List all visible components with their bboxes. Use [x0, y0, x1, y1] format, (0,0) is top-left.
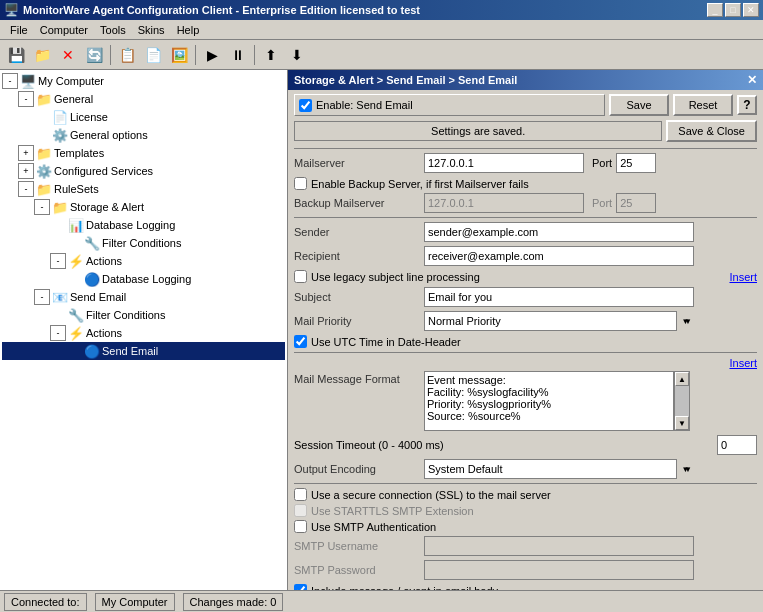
divider-4 — [294, 483, 757, 484]
include-message-checkbox[interactable] — [294, 584, 307, 590]
output-encoding-dropdown-icon[interactable]: ▼ — [676, 459, 694, 479]
tree-item-templates[interactable]: + 📁 Templates — [2, 144, 285, 162]
icon-actions-2: ⚡ — [68, 326, 84, 341]
minimize-button[interactable]: _ — [707, 3, 723, 17]
starttls-label: Use STARTTLS SMTP Extension — [311, 505, 474, 517]
insert-link-2[interactable]: Insert — [729, 357, 757, 369]
use-utc-checkbox[interactable] — [294, 335, 307, 348]
starttls-checkbox[interactable] — [294, 504, 307, 517]
tb-open-button[interactable]: 📁 — [30, 43, 54, 67]
output-encoding-select-wrapper: System Default UTF-8 ISO-8859-1 ▼ — [424, 459, 694, 479]
backup-mailserver-input[interactable] — [424, 193, 584, 213]
expand-templates[interactable]: + — [18, 145, 34, 161]
recipient-input[interactable] — [424, 246, 694, 266]
icon-send-email-2: 🔵 — [84, 344, 100, 359]
tb-new-button[interactable]: 💾 — [4, 43, 28, 67]
save-close-button[interactable]: Save & Close — [666, 120, 757, 142]
expand-storage-alert[interactable]: - — [34, 199, 50, 215]
mailserver-input[interactable] — [424, 153, 584, 173]
smtp-auth-checkbox[interactable] — [294, 520, 307, 533]
smtp-username-input[interactable] — [424, 536, 694, 556]
save-button[interactable]: Save — [609, 94, 669, 116]
maximize-button[interactable]: □ — [725, 3, 741, 17]
expand-my-computer[interactable]: - — [2, 73, 18, 89]
mail-priority-dropdown-icon[interactable]: ▼ — [676, 311, 694, 331]
expand-send-email-1[interactable]: - — [34, 289, 50, 305]
ssl-label: Use a secure connection (SSL) to the mai… — [311, 489, 551, 501]
backup-port-label: Port — [592, 197, 612, 209]
close-button[interactable]: ✕ — [743, 3, 759, 17]
session-timeout-row: Session Timeout (0 - 4000 ms) — [294, 435, 757, 455]
tree-item-filter-2[interactable]: 🔧 Filter Conditions — [2, 306, 285, 324]
icon-my-computer: 🖥️ — [20, 74, 36, 89]
reset-button[interactable]: Reset — [673, 94, 733, 116]
scroll-track — [675, 386, 689, 416]
expand-rulesets[interactable]: - — [18, 181, 34, 197]
expand-configured-services[interactable]: + — [18, 163, 34, 179]
tb-paste-button[interactable]: 📄 — [141, 43, 165, 67]
tree-item-general[interactable]: - 📁 General — [2, 90, 285, 108]
title-controls[interactable]: _ □ ✕ — [707, 3, 759, 17]
port-input[interactable] — [616, 153, 656, 173]
expand-actions-1[interactable]: - — [50, 253, 66, 269]
icon-send-email-1: 📧 — [52, 290, 68, 305]
scroll-down-button[interactable]: ▼ — [675, 416, 689, 430]
menu-file[interactable]: File — [4, 22, 34, 38]
toolbar-separator-3 — [254, 45, 255, 65]
connected-to-label: Connected to: — [11, 596, 80, 608]
ssl-checkbox[interactable] — [294, 488, 307, 501]
label-filter-2: Filter Conditions — [86, 309, 165, 321]
tb-down-button[interactable]: ⬇ — [285, 43, 309, 67]
tb-play-button[interactable]: ▶ — [200, 43, 224, 67]
expand-actions-2[interactable]: - — [50, 325, 66, 341]
menu-tools[interactable]: Tools — [94, 22, 132, 38]
tree-item-storage-alert[interactable]: - 📁 Storage & Alert — [2, 198, 285, 216]
sender-row: Sender — [294, 222, 757, 242]
tree-item-rulesets[interactable]: - 📁 RuleSets — [2, 180, 285, 198]
mail-message-scroll[interactable]: ▲ ▼ — [674, 371, 690, 431]
tree-item-send-email-1[interactable]: - 📧 Send Email — [2, 288, 285, 306]
tree-item-send-email-2[interactable]: 🔵 Send Email — [2, 342, 285, 360]
tree-item-actions-2[interactable]: - ⚡ Actions — [2, 324, 285, 342]
insert-link-1[interactable]: Insert — [729, 271, 757, 283]
use-legacy-checkbox[interactable] — [294, 270, 307, 283]
menu-skins[interactable]: Skins — [132, 22, 171, 38]
tree-item-license[interactable]: 📄 License — [2, 108, 285, 126]
tb-up-button[interactable]: ⬆ — [259, 43, 283, 67]
tb-pause-button[interactable]: ⏸ — [226, 43, 250, 67]
smtp-password-label: SMTP Password — [294, 564, 424, 576]
mail-priority-select-wrapper: Highest Priority High Priority Normal Pr… — [424, 311, 694, 331]
tree-item-general-options[interactable]: ⚙️ General options — [2, 126, 285, 144]
scroll-up-button[interactable]: ▲ — [675, 372, 689, 386]
mail-message-format-textarea[interactable]: Event message: Facility: %syslogfacility… — [424, 371, 674, 431]
tb-view-button[interactable]: 🖼️ — [167, 43, 191, 67]
tree-item-configured-services[interactable]: + ⚙️ Configured Services — [2, 162, 285, 180]
smtp-password-input[interactable] — [424, 560, 694, 580]
output-encoding-select[interactable]: System Default UTF-8 ISO-8859-1 — [424, 459, 694, 479]
label-general-options: General options — [70, 129, 148, 141]
tree-item-my-computer[interactable]: - 🖥️ My Computer — [2, 72, 285, 90]
tb-stop-button[interactable]: ✕ — [56, 43, 80, 67]
help-button[interactable]: ? — [737, 95, 757, 115]
subject-input[interactable] — [424, 287, 694, 307]
menu-computer[interactable]: Computer — [34, 22, 94, 38]
icon-templates: 📁 — [36, 146, 52, 161]
panel-close-button[interactable]: ✕ — [747, 73, 757, 87]
sender-input[interactable] — [424, 222, 694, 242]
enable-label: Enable: Send Email — [316, 99, 413, 111]
tb-refresh-button[interactable]: 🔄 — [82, 43, 106, 67]
recipient-row: Recipient — [294, 246, 757, 266]
tb-copy-button[interactable]: 📋 — [115, 43, 139, 67]
backup-port-input[interactable] — [616, 193, 656, 213]
tree-item-db-logging-1[interactable]: 📊 Database Logging — [2, 216, 285, 234]
mail-priority-select[interactable]: Highest Priority High Priority Normal Pr… — [424, 311, 694, 331]
tree-item-filter-1[interactable]: 🔧 Filter Conditions — [2, 234, 285, 252]
expand-general[interactable]: - — [18, 91, 34, 107]
session-timeout-input[interactable] — [717, 435, 757, 455]
enable-checkbox[interactable] — [299, 99, 312, 112]
tree-item-actions-1[interactable]: - ⚡ Actions — [2, 252, 285, 270]
menu-help[interactable]: Help — [171, 22, 206, 38]
enable-backup-checkbox[interactable] — [294, 177, 307, 190]
tree-item-db-logging-2[interactable]: 🔵 Database Logging — [2, 270, 285, 288]
icon-rulesets: 📁 — [36, 182, 52, 197]
